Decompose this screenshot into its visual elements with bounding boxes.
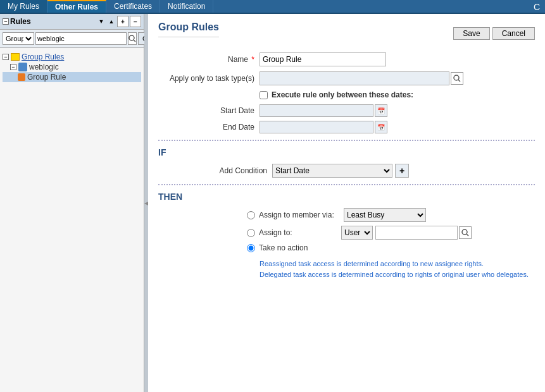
end-date-row: End Date 📅 [158,121,535,133]
divider-then [158,184,535,185]
search-filter-select[interactable]: Group User [3,32,34,45]
execute-dates-checkbox[interactable] [260,91,268,99]
sidebar-title: Rules [10,17,96,26]
then-label: THEN [158,192,535,202]
apply-search-btn[interactable] [451,72,463,85]
start-date-input[interactable] [260,104,373,117]
tree-item-group-rule[interactable]: Group Rule [3,72,141,82]
add-condition-btn[interactable]: + [395,164,409,178]
assign-member-label: Assign to member via: [259,211,341,219]
assign-member-radio[interactable] [247,211,255,219]
svg-line-3 [458,80,460,82]
assign-member-row: Assign to member via: Least Busy Round R… [247,208,535,222]
apply-search-icon [453,75,461,82]
apply-row: Apply only to task type(s) [158,71,535,85]
tree-item-weblogic[interactable]: − weblogic [3,62,141,72]
assign-member-select[interactable]: Least Busy Round Robin Random [344,208,426,222]
search-input[interactable] [35,32,127,45]
tree-item-group-rules[interactable]: − Group Rules [3,52,141,62]
main-layout: − Rules ▼ ▲ + − Group User Go − [0,14,545,392]
tree-label-group-rule[interactable]: Group Rule [27,73,66,82]
divider-if [158,140,535,141]
expand-weblogic[interactable]: − [10,64,16,70]
condition-select[interactable]: Start Date End Date Priority Assignees [272,164,392,178]
name-input[interactable] [260,52,386,66]
top-navigation: My Rules Other Rules Certificates Notifi… [0,0,545,14]
sidebar-search: Group User Go [0,30,144,48]
assign-to-row: Assign to: User Group Role [247,226,535,240]
add-condition-label: Add Condition [209,166,272,175]
start-date-calendar-btn[interactable]: 📅 [375,104,387,117]
svg-line-5 [467,234,468,236]
take-no-action-radio[interactable] [247,244,255,252]
sidebar-remove-btn[interactable]: − [130,16,141,27]
assign-to-radio[interactable] [247,229,255,237]
action-buttons: Save Cancel [453,27,535,40]
end-date-label: End Date [158,123,260,132]
sidebar-arrow-down[interactable]: ▼ [97,16,106,27]
tab-notification[interactable]: Notification [160,0,213,13]
search-icon [128,35,136,42]
end-date-input[interactable] [260,121,373,133]
info-text: Reassigned task access is determined acc… [260,259,535,279]
name-row: Name * [158,52,535,66]
expand-group-rules[interactable]: − [3,54,9,60]
assign-to-search-btn[interactable] [459,226,472,239]
execute-dates-label: Execute rule only between these dates: [272,90,413,99]
save-button[interactable]: Save [453,27,489,40]
group-icon [18,63,27,71]
assign-to-type-select[interactable]: User Group Role [341,226,373,240]
assign-search-icon [461,229,469,236]
condition-row: Add Condition Start Date End Date Priori… [209,164,535,178]
tab-certificates[interactable]: Certificates [106,0,160,13]
assign-to-label: Assign to: [259,228,341,237]
name-required: * [251,55,254,64]
if-label: IF [158,147,535,157]
take-no-action-row: Take no action [247,243,535,252]
svg-point-0 [129,35,134,40]
tab-other-rules[interactable]: Other Rules [47,0,106,13]
assign-to-user-input[interactable] [375,226,458,240]
content-wrapper: Group Rules Save Cancel Name * Apply onl… [158,21,535,279]
sidebar-tree: − Group Rules − weblogic Group Rule [0,48,144,392]
folder-icon [11,53,20,61]
content-area: Group Rules Save Cancel Name * Apply onl… [148,14,545,392]
svg-point-2 [454,75,459,80]
take-no-action-label: Take no action [259,243,341,252]
sidebar-add-btn[interactable]: + [117,16,128,27]
apply-label: Apply only to task type(s) [158,74,260,83]
sidebar-collapse-btn[interactable]: − [3,18,9,25]
sidebar: − Rules ▼ ▲ + − Group User Go − [0,14,144,392]
execute-dates-row: Execute rule only between these dates: [260,90,535,99]
svg-line-1 [134,40,135,42]
close-btn[interactable]: C [529,0,545,13]
search-icon-btn[interactable] [128,32,137,45]
cancel-button[interactable]: Cancel [492,27,535,40]
sidebar-header: − Rules ▼ ▲ + − [0,14,144,30]
rule-icon [18,73,25,81]
tab-my-rules[interactable]: My Rules [0,0,47,13]
tree-label-weblogic[interactable]: weblogic [29,63,59,71]
end-date-calendar-btn[interactable]: 📅 [375,121,387,133]
content-title: Group Rules [158,21,219,37]
tree-label-group-rules[interactable]: Group Rules [22,52,64,61]
info-line1: Reassigned task access is determined acc… [260,259,535,269]
svg-point-4 [462,230,467,235]
name-label: Name * [158,55,260,64]
sidebar-arrow-up[interactable]: ▲ [107,16,116,27]
start-date-row: Start Date 📅 [158,104,535,117]
info-line2: Delegated task access is determined acco… [260,269,535,280]
apply-input[interactable] [260,71,449,85]
start-date-label: Start Date [158,106,260,115]
